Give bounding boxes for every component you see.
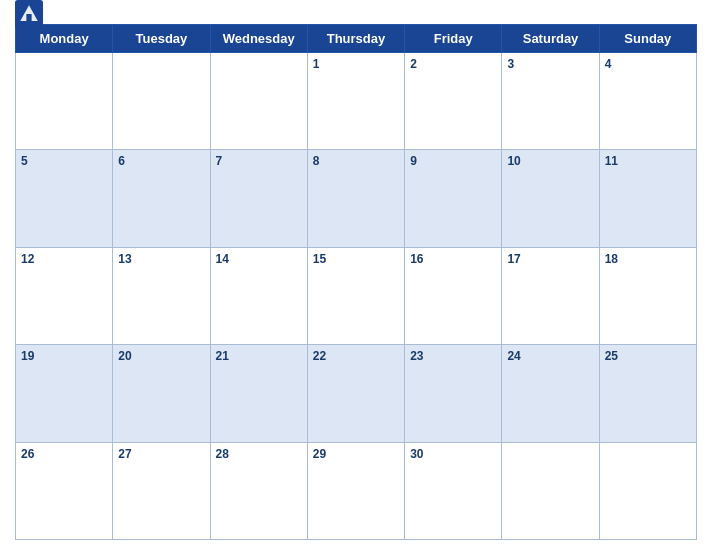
calendar-day-2: 2 bbox=[405, 53, 502, 150]
calendar-day-27: 27 bbox=[113, 442, 210, 539]
day-number: 28 bbox=[216, 447, 229, 461]
day-number: 25 bbox=[605, 349, 618, 363]
calendar-day-11: 11 bbox=[599, 150, 696, 247]
weekday-header-thursday: Thursday bbox=[307, 25, 404, 53]
calendar-day-20: 20 bbox=[113, 345, 210, 442]
day-number: 21 bbox=[216, 349, 229, 363]
calendar-day-1: 1 bbox=[307, 53, 404, 150]
day-number: 2 bbox=[410, 57, 417, 71]
day-number: 3 bbox=[507, 57, 514, 71]
day-number: 30 bbox=[410, 447, 423, 461]
day-number: 18 bbox=[605, 252, 618, 266]
calendar-day-23: 23 bbox=[405, 345, 502, 442]
calendar-day-18: 18 bbox=[599, 247, 696, 344]
calendar-day-6: 6 bbox=[113, 150, 210, 247]
day-number: 15 bbox=[313, 252, 326, 266]
day-number: 11 bbox=[605, 154, 618, 168]
calendar-day-21: 21 bbox=[210, 345, 307, 442]
day-number: 29 bbox=[313, 447, 326, 461]
calendar-week-row: 2627282930 bbox=[16, 442, 697, 539]
calendar-day-empty bbox=[599, 442, 696, 539]
calendar-day-9: 9 bbox=[405, 150, 502, 247]
calendar-day-empty bbox=[113, 53, 210, 150]
calendar-week-row: 12131415161718 bbox=[16, 247, 697, 344]
calendar-table: MondayTuesdayWednesdayThursdayFridaySatu… bbox=[15, 24, 697, 540]
calendar-day-16: 16 bbox=[405, 247, 502, 344]
day-number: 17 bbox=[507, 252, 520, 266]
calendar-day-29: 29 bbox=[307, 442, 404, 539]
day-number: 13 bbox=[118, 252, 131, 266]
calendar-week-row: 1234 bbox=[16, 53, 697, 150]
calendar-day-12: 12 bbox=[16, 247, 113, 344]
day-number: 24 bbox=[507, 349, 520, 363]
day-number: 1 bbox=[313, 57, 320, 71]
weekday-header-row: MondayTuesdayWednesdayThursdayFridaySatu… bbox=[16, 25, 697, 53]
calendar-day-17: 17 bbox=[502, 247, 599, 344]
day-number: 20 bbox=[118, 349, 131, 363]
day-number: 27 bbox=[118, 447, 131, 461]
calendar-day-empty bbox=[16, 53, 113, 150]
calendar-day-13: 13 bbox=[113, 247, 210, 344]
svg-rect-2 bbox=[26, 14, 31, 21]
day-number: 22 bbox=[313, 349, 326, 363]
calendar-day-3: 3 bbox=[502, 53, 599, 150]
day-number: 19 bbox=[21, 349, 34, 363]
day-number: 26 bbox=[21, 447, 34, 461]
calendar-day-30: 30 bbox=[405, 442, 502, 539]
calendar-day-8: 8 bbox=[307, 150, 404, 247]
day-number: 4 bbox=[605, 57, 612, 71]
day-number: 7 bbox=[216, 154, 223, 168]
day-number: 14 bbox=[216, 252, 229, 266]
weekday-header-sunday: Sunday bbox=[599, 25, 696, 53]
calendar-week-row: 19202122232425 bbox=[16, 345, 697, 442]
calendar-day-24: 24 bbox=[502, 345, 599, 442]
calendar-day-empty bbox=[502, 442, 599, 539]
day-number: 8 bbox=[313, 154, 320, 168]
calendar-body: 1234567891011121314151617181920212223242… bbox=[16, 53, 697, 540]
calendar-day-28: 28 bbox=[210, 442, 307, 539]
calendar-week-row: 567891011 bbox=[16, 150, 697, 247]
day-number: 9 bbox=[410, 154, 417, 168]
day-number: 23 bbox=[410, 349, 423, 363]
calendar-day-19: 19 bbox=[16, 345, 113, 442]
calendar-day-25: 25 bbox=[599, 345, 696, 442]
calendar-header bbox=[15, 10, 697, 18]
calendar-day-15: 15 bbox=[307, 247, 404, 344]
calendar-day-14: 14 bbox=[210, 247, 307, 344]
calendar-day-10: 10 bbox=[502, 150, 599, 247]
weekday-header-friday: Friday bbox=[405, 25, 502, 53]
calendar-day-7: 7 bbox=[210, 150, 307, 247]
calendar-day-22: 22 bbox=[307, 345, 404, 442]
weekday-header-saturday: Saturday bbox=[502, 25, 599, 53]
day-number: 5 bbox=[21, 154, 28, 168]
calendar-day-26: 26 bbox=[16, 442, 113, 539]
day-number: 12 bbox=[21, 252, 34, 266]
weekday-header-monday: Monday bbox=[16, 25, 113, 53]
weekday-header-tuesday: Tuesday bbox=[113, 25, 210, 53]
logo-icon bbox=[15, 0, 43, 28]
calendar-day-empty bbox=[210, 53, 307, 150]
calendar-day-4: 4 bbox=[599, 53, 696, 150]
day-number: 16 bbox=[410, 252, 423, 266]
day-number: 10 bbox=[507, 154, 520, 168]
calendar-day-5: 5 bbox=[16, 150, 113, 247]
weekday-header-wednesday: Wednesday bbox=[210, 25, 307, 53]
day-number: 6 bbox=[118, 154, 125, 168]
logo bbox=[15, 0, 47, 28]
